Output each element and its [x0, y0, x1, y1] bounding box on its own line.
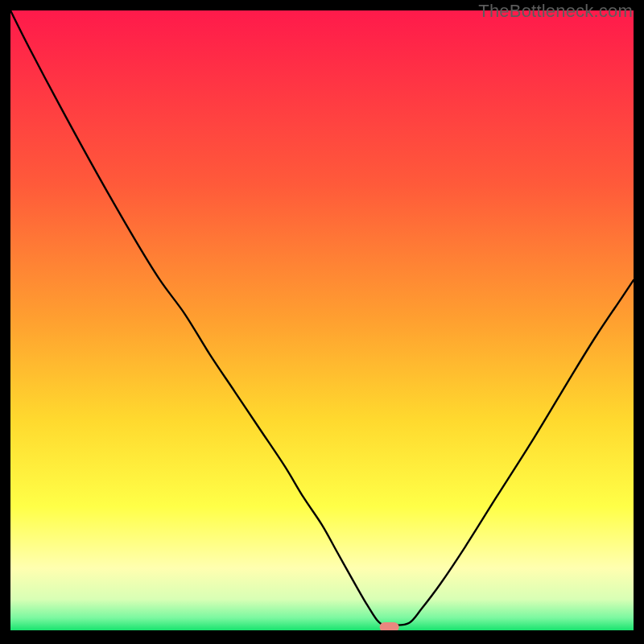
bottleneck-chart — [10, 10, 634, 630]
plot-area — [10, 10, 634, 630]
minimum-marker — [380, 622, 399, 630]
watermark-text: TheBottleneck.com — [478, 1, 633, 22]
gradient-background — [10, 10, 634, 630]
chart-stage: TheBottleneck.com — [0, 0, 644, 644]
